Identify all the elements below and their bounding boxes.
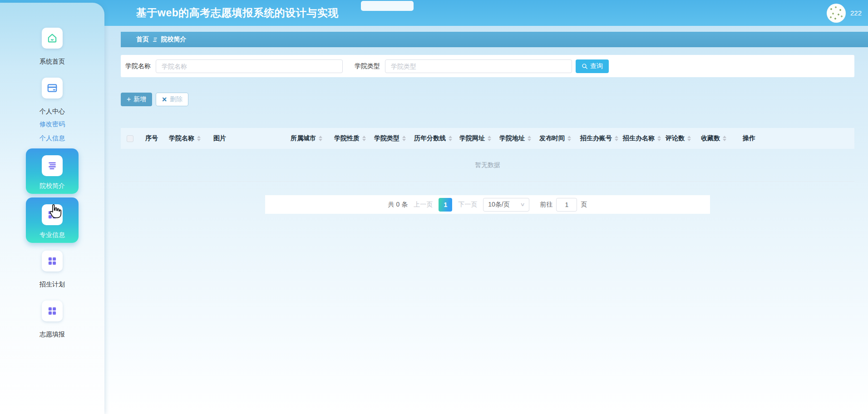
- next-page-button[interactable]: 下一页: [458, 201, 477, 209]
- sort-carets-icon[interactable]: [657, 136, 661, 141]
- sidebar-item-college-intro[interactable]: 院校简介: [26, 148, 79, 194]
- sort-carets-icon[interactable]: [402, 136, 406, 141]
- column-header: 操作: [738, 134, 854, 143]
- add-button[interactable]: + 新增: [121, 93, 152, 106]
- table-header-row: 序号学院名称图片所属城市学院性质学院类型历年分数线学院网址学院地址发布时间招生办…: [121, 128, 854, 149]
- breadcrumb-separator-icon: Ξ: [153, 36, 157, 43]
- sidebar-item-home[interactable]: 系统首页: [0, 28, 104, 66]
- column-header[interactable]: 学院地址: [495, 134, 535, 143]
- column-header-label: 图片: [213, 134, 226, 143]
- sort-carets-icon[interactable]: [449, 136, 452, 141]
- column-header-label: 所属城市: [291, 134, 316, 143]
- select-all-checkbox[interactable]: [127, 135, 133, 142]
- chevron-down-icon: ∨: [520, 202, 525, 207]
- topbar-white-box: [361, 1, 414, 11]
- column-header[interactable]: 所属城市: [286, 134, 330, 143]
- grid-icon: [46, 305, 58, 317]
- sidebar-item-personal-center[interactable]: 个人中心: [0, 78, 104, 116]
- sort-carets-icon[interactable]: [687, 136, 691, 141]
- column-header-label: 学院名称: [169, 134, 194, 143]
- prev-page-button[interactable]: 上一页: [414, 201, 433, 209]
- column-header[interactable]: 招生办账号: [576, 134, 618, 143]
- sidebar-label: 院校简介: [39, 182, 65, 190]
- column-header-label: 发布时间: [539, 134, 565, 143]
- home-icon: [46, 32, 58, 44]
- column-header-label: 学院网址: [459, 134, 485, 143]
- column-header[interactable]: 学院类型: [370, 134, 409, 143]
- sidebar-link-personal-info[interactable]: 个人信息: [0, 131, 104, 145]
- column-header-label: 历年分数线: [414, 134, 446, 143]
- college-type-label: 学院类型: [355, 62, 380, 70]
- column-header-label: 学院性质: [334, 134, 360, 143]
- column-header: 图片: [209, 134, 286, 143]
- bank-card-icon: [46, 82, 58, 94]
- toolbar: + 新增 ✕ 删除: [121, 93, 868, 106]
- college-name-input[interactable]: [156, 59, 343, 73]
- column-header[interactable]: 学院名称: [164, 134, 209, 143]
- sort-carets-icon[interactable]: [319, 136, 322, 141]
- column-header-label: 序号: [145, 134, 158, 143]
- column-header-label: 收藏数: [701, 134, 720, 143]
- delete-button[interactable]: ✕ 删除: [156, 93, 188, 106]
- sidebar-label: 招生计划: [39, 281, 65, 289]
- sidebar-label: 专业信息: [39, 231, 65, 239]
- column-header-checkbox: [121, 135, 141, 142]
- user-menu[interactable]: 222: [827, 0, 862, 26]
- column-header-label: 操作: [743, 134, 755, 143]
- column-header-label: 学院地址: [499, 134, 525, 143]
- sort-carets-icon[interactable]: [723, 136, 726, 141]
- close-icon: ✕: [162, 96, 167, 103]
- goto-page-input[interactable]: [556, 198, 577, 212]
- sidebar-label: 个人中心: [39, 108, 65, 116]
- main-content: 首页 Ξ 院校简介 学院名称 学院类型 查询 + 新增 ✕ 删除 序号学院名称图…: [121, 32, 868, 214]
- topbar: 基于web的高考志愿填报系统的设计与实现 222: [0, 0, 868, 26]
- sidebar-item-admission-plan[interactable]: 招生计划: [0, 251, 104, 289]
- column-header[interactable]: 发布时间: [535, 134, 576, 143]
- page-number-button[interactable]: 1: [439, 198, 452, 212]
- sidebar-label: 志愿填报: [39, 330, 65, 339]
- avatar[interactable]: [827, 4, 846, 23]
- column-header-label: 学院类型: [374, 134, 399, 143]
- column-header[interactable]: 历年分数线: [409, 134, 455, 143]
- column-header[interactable]: 学院网址: [455, 134, 495, 143]
- page-size-select[interactable]: 10条/页 ∨: [483, 198, 529, 212]
- goto-page-group: 前往 页: [540, 198, 587, 212]
- column-header-label: 评论数: [666, 134, 685, 143]
- column-header[interactable]: 评论数: [661, 134, 696, 143]
- column-header: 序号: [141, 134, 164, 143]
- breadcrumb-home-link[interactable]: 首页: [136, 35, 149, 44]
- column-header[interactable]: 收藏数: [696, 134, 738, 143]
- grid-icon: [46, 255, 58, 267]
- sort-carets-icon[interactable]: [567, 136, 571, 141]
- plus-icon: +: [127, 96, 131, 103]
- username: 222: [850, 9, 862, 17]
- college-type-input[interactable]: [385, 59, 572, 73]
- sidebar-link-change-password[interactable]: 修改密码: [0, 117, 104, 131]
- sidebar-item-volunteer-fill[interactable]: 志愿填报: [0, 301, 104, 339]
- sort-carets-icon[interactable]: [488, 136, 491, 141]
- pagination: 共 0 条 上一页 1 下一页 10条/页 ∨ 前往 页: [265, 195, 710, 214]
- pagination-total: 共 0 条: [388, 201, 408, 209]
- page-title: 基于web的高考志愿填报系统的设计与实现: [136, 6, 339, 20]
- column-header-label: 招生办名称: [623, 134, 655, 143]
- sort-carets-icon[interactable]: [197, 136, 201, 141]
- column-header[interactable]: 学院性质: [330, 134, 370, 143]
- search-icon: [582, 63, 588, 69]
- column-header-label: 招生办账号: [580, 134, 612, 143]
- goto-label: 前往: [540, 201, 552, 209]
- breadcrumb: 首页 Ξ 院校简介: [121, 32, 868, 47]
- table-empty-state: 暂无数据: [121, 149, 854, 182]
- college-table: 序号学院名称图片所属城市学院性质学院类型历年分数线学院网址学院地址发布时间招生办…: [121, 128, 854, 182]
- sort-carets-icon[interactable]: [362, 136, 366, 141]
- search-button[interactable]: 查询: [576, 59, 609, 73]
- goto-suffix: 页: [581, 201, 587, 209]
- college-name-label: 学院名称: [125, 62, 151, 70]
- sidebar-label: 系统首页: [39, 58, 65, 66]
- breadcrumb-current: 院校简介: [161, 35, 187, 44]
- cursor-pointer-icon: [47, 203, 63, 221]
- column-header[interactable]: 招生办名称: [618, 134, 661, 143]
- sort-carets-icon[interactable]: [528, 136, 531, 141]
- list-icon: [46, 160, 58, 172]
- sidebar-sublinks: 修改密码 个人信息: [0, 117, 104, 145]
- sort-carets-icon[interactable]: [615, 136, 618, 141]
